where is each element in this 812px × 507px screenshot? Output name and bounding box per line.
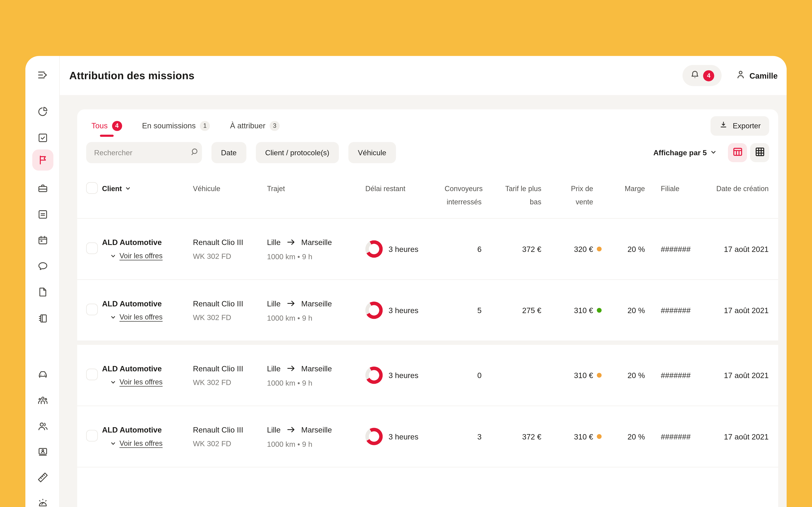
user-name: Camille [749, 71, 777, 80]
route-from: Lille [267, 426, 281, 434]
sale-price: 320 € [542, 245, 593, 253]
convoyeurs-count: 3 [445, 432, 482, 441]
notebook-icon [37, 313, 48, 326]
vehicle-plate: WK 302 FD [193, 252, 267, 260]
column-header-date: Date de création [714, 182, 769, 195]
route-meta: 1000 km • 9 h [267, 379, 365, 387]
price-status-dot [597, 373, 602, 378]
chevron-down-icon [110, 253, 116, 259]
row-checkbox[interactable] [86, 242, 98, 254]
user-icon [735, 69, 746, 82]
vehicle-plate: WK 302 FD [193, 313, 267, 322]
row-checkbox[interactable] [86, 303, 98, 315]
sidebar-item-contacts[interactable] [26, 442, 60, 463]
route-from: Lille [267, 299, 281, 308]
time-remaining: 3 heures [389, 306, 418, 315]
client-name: ALD Automotive [102, 426, 193, 434]
convoyeurs-count: 5 [445, 306, 482, 315]
sidebar-item-briefcase[interactable] [26, 179, 60, 200]
tab-a-attribuer-count: 3 [270, 121, 280, 131]
table-row: ALD Automotive Voir les offres Renault C… [77, 280, 778, 341]
table-row: ALD Automotive Voir les offres Renault C… [77, 345, 778, 406]
creation-date: 17 août 2021 [714, 432, 769, 441]
sidebar-item-users[interactable] [26, 417, 60, 438]
view-toggle-group [728, 143, 769, 162]
view-offers-link[interactable]: Voir les offres [110, 252, 193, 260]
price-status-dot [597, 308, 602, 313]
creation-date: 17 août 2021 [714, 371, 769, 380]
column-header-filiale: Filiale [645, 182, 714, 195]
time-remaining: 3 heures [389, 432, 418, 441]
sidebar-item-notebook[interactable] [26, 309, 60, 330]
sidebar-item-alerts[interactable] [26, 494, 60, 507]
tab-a-attribuer-label: À attribuer [230, 121, 265, 130]
margin: 20 % [606, 306, 645, 315]
sidebar-item-measures[interactable] [26, 468, 60, 489]
display-per-page-dropdown[interactable]: Affichage par 5 [653, 148, 716, 157]
view-offers-link[interactable]: Voir les offres [110, 313, 193, 321]
notifications-button[interactable]: 4 [682, 65, 721, 86]
column-header-delai: Délai restant [365, 182, 445, 195]
filiale: ####### [645, 371, 714, 380]
sidebar-item-team[interactable] [26, 391, 60, 412]
sidebar-item-messages[interactable] [26, 257, 60, 278]
sidebar-item-forms[interactable] [26, 205, 60, 226]
route-to: Marseille [301, 238, 332, 246]
sidebar-item-documents[interactable] [26, 283, 60, 304]
tab-en-soumissions[interactable]: En soumissions 1 [142, 116, 210, 136]
creation-date: 17 août 2021 [714, 245, 769, 253]
row-checkbox[interactable] [86, 369, 98, 380]
tab-a-attribuer[interactable]: À attribuer 3 [230, 116, 280, 136]
vehicle-model: Renault Clio III [193, 299, 267, 308]
lowest-rate: 372 € [481, 432, 541, 441]
view-offers-link[interactable]: Voir les offres [110, 378, 193, 386]
export-button[interactable]: Exporter [711, 116, 769, 135]
sidebar-item-calendar[interactable] [26, 231, 60, 252]
content-area: Attribution des missions 4 Camille [60, 56, 786, 507]
app-frame: Attribution des missions 4 Camille [0, 0, 812, 507]
tab-tous[interactable]: Tous 4 [91, 116, 122, 136]
filter-chip-date[interactable]: Date [211, 142, 246, 163]
sidebar-item-dashboard[interactable] [26, 102, 60, 123]
chevron-down-icon [125, 182, 131, 195]
sidebar-item-missions[interactable] [26, 150, 60, 171]
sidebar-item-tasks[interactable] [26, 128, 60, 150]
active-tab-underline [100, 135, 114, 137]
document-icon [37, 286, 48, 300]
chevron-down-icon [711, 148, 716, 157]
margin: 20 % [606, 245, 645, 253]
filiale: ####### [645, 432, 714, 441]
time-remaining-donut [365, 428, 383, 445]
content-background: Tous 4 En soumissions 1 À attribuer 3 [60, 95, 786, 507]
filter-chip-vehicle[interactable]: Véhicule [348, 142, 396, 163]
margin: 20 % [606, 432, 645, 441]
arrow-right-icon [286, 237, 296, 247]
view-offers-link[interactable]: Voir les offres [110, 440, 193, 447]
filter-row: Date Client / protocole(s) Véhicule Affi… [77, 136, 778, 163]
arrow-right-icon [286, 425, 296, 435]
column-header-tarif: Tarif le plusbas [481, 182, 541, 209]
select-all-checkbox[interactable] [86, 182, 98, 194]
filiale: ####### [645, 245, 714, 253]
row-checkbox[interactable] [86, 430, 98, 441]
notification-count-badge: 4 [703, 70, 714, 81]
vehicle-model: Renault Clio III [193, 364, 267, 373]
user-menu[interactable]: Camille [735, 69, 777, 82]
route-to: Marseille [301, 364, 332, 373]
filter-chip-client-protocols[interactable]: Client / protocole(s) [256, 142, 339, 163]
sidebar-item-vehicles[interactable] [26, 365, 60, 386]
column-header-vehicule: Véhicule [193, 182, 267, 195]
sidebar-collapse-button[interactable] [26, 65, 60, 87]
convoyeurs-count: 6 [445, 245, 482, 253]
search-input[interactable] [94, 148, 190, 157]
chevron-down-icon [110, 315, 116, 320]
arrow-right-icon [286, 298, 296, 308]
table-view-button[interactable] [728, 143, 747, 162]
form-icon [37, 209, 48, 222]
price-status-dot [597, 246, 602, 251]
row-group-divider [77, 341, 778, 345]
column-header-trajet: Trajet [267, 182, 365, 195]
grid-view-button[interactable] [750, 143, 769, 162]
column-header-client[interactable]: Client [102, 182, 193, 195]
route-meta: 1000 km • 9 h [267, 252, 365, 261]
